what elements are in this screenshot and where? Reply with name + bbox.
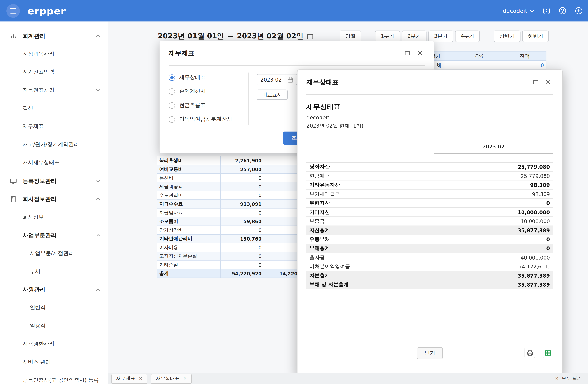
sidebar-item[interactable]: 계정과목관리 <box>0 45 108 63</box>
month-value: 2023-02 <box>260 77 282 83</box>
radio-option[interactable]: 손익계산서 <box>169 87 232 96</box>
close-all-tabs[interactable]: ✕ 모두 닫기 <box>555 375 582 382</box>
add-icon[interactable] <box>575 7 583 15</box>
export-button[interactable] <box>543 347 553 358</box>
period-button[interactable]: 1분기 <box>375 31 400 42</box>
expense-row[interactable]: 이자비용0 <box>157 243 302 252</box>
expense-row[interactable]: 복리후생비2,761,900 <box>157 156 302 165</box>
expense-row[interactable]: 지급임차료0 <box>157 208 302 217</box>
sidebar-item[interactable]: 회사정보관리 <box>0 190 108 208</box>
sidebar-item-label: 부서 <box>30 268 40 275</box>
statement-row: 유형자산0 <box>307 199 553 207</box>
expense-row[interactable]: 여비교통비257,000 <box>157 165 302 174</box>
sidebar-item[interactable]: 공동인증서(구 공인인증서) 등록 <box>0 371 108 384</box>
amount: 913,091 <box>221 200 264 208</box>
expense-row[interactable]: 지급수수료913,091 <box>157 200 302 208</box>
close-icon[interactable] <box>417 50 423 56</box>
sidebar-item[interactable]: 등록정보관리 <box>0 172 108 190</box>
statement-row: 기타자산10,000,000 <box>307 208 553 217</box>
tab-financial-statements[interactable]: 재무제표✕ <box>111 374 147 384</box>
user-name: decodeit <box>503 7 527 14</box>
column-header-month: 2023-02 <box>434 144 553 154</box>
sidebar-item[interactable]: 회사정보 <box>0 208 108 226</box>
dialog-title: 재무상태표 <box>307 78 339 87</box>
radio-option[interactable]: 재무상태표 <box>169 73 232 82</box>
sidebar-item[interactable]: 재무제표 <box>0 117 108 136</box>
account-name: 당좌자산 <box>307 162 434 171</box>
spreadsheet-icon <box>545 350 551 356</box>
sidebar-item[interactable]: 회계관리 <box>0 27 108 45</box>
period-button[interactable]: 4분기 <box>455 31 480 42</box>
expense-row[interactable]: 세금과공과0 <box>157 182 302 191</box>
user-menu[interactable]: decodeit <box>503 7 535 14</box>
table-row[interactable]: 부 채 0 <box>415 61 546 70</box>
sidebar-item[interactable]: 사용권한관리 <box>0 335 108 353</box>
period-filter: 당월1분기2분기3분기4분기상반기하반기 <box>340 31 549 42</box>
expense-row[interactable]: 기타손실0 <box>157 260 302 269</box>
sidebar-item[interactable]: 사업부문/지점관리 <box>25 244 108 262</box>
sidebar-item[interactable]: 사업부문관리 <box>0 226 108 245</box>
radio-option[interactable]: 이익잉여금처분계산서 <box>169 115 232 124</box>
expense-row[interactable]: 감가상각비0 <box>157 226 302 235</box>
sidebar-item[interactable]: 서비스 관리 <box>0 353 108 371</box>
period-button[interactable]: 하반기 <box>522 31 549 42</box>
calendar-icon[interactable] <box>307 33 313 39</box>
sidebar-item[interactable]: 일용직 <box>25 317 108 335</box>
expense-row[interactable]: 총계54,220,92014,220, <box>157 269 302 278</box>
account-name: 기타유동자산 <box>307 180 434 189</box>
account-name: 복리후생비 <box>157 156 221 165</box>
info-icon[interactable] <box>543 7 550 15</box>
expense-row[interactable]: 소모품비59,860 <box>157 217 302 226</box>
expense-row[interactable]: 고정자산처분손실0 <box>157 252 302 260</box>
sidebar-item-label: 사원관리 <box>23 286 45 293</box>
amount: 40,000,000 <box>434 253 553 262</box>
month-input[interactable]: 2023-02 <box>256 74 297 85</box>
chevron-down-icon <box>96 180 100 182</box>
account-name: 출자금 <box>307 253 434 262</box>
tab-label: 재무제표 <box>116 375 135 382</box>
company-name: decodeit <box>307 114 553 121</box>
expense-row[interactable]: 수도광열비0 <box>157 191 302 200</box>
tab-balance-sheet[interactable]: 재무상태표✕ <box>151 374 192 384</box>
maximize-icon[interactable] <box>533 79 539 85</box>
menu-button[interactable] <box>6 4 20 18</box>
sidebar-item[interactable]: 사원관리 <box>0 281 108 299</box>
statement-row: 미처분이익잉여금(4,122,611) <box>307 262 553 271</box>
balance-sheet-body: 재무상태표 decodeit 2023년 02월 현재 (1기) 2023-02… <box>307 95 553 289</box>
sidebar-item[interactable]: 부서 <box>25 262 108 281</box>
open-tabs-bar: 재무제표✕재무상태표✕ ✕ 모두 닫기 <box>108 373 588 384</box>
print-button[interactable] <box>525 347 535 358</box>
account-name: 유동부채 <box>307 235 434 244</box>
period-button[interactable]: 2분기 <box>402 31 427 42</box>
amount: 0 <box>221 260 264 269</box>
expense-row[interactable]: 통신비0 <box>157 174 302 182</box>
account-name: 지급임차료 <box>157 208 221 217</box>
chevron-down-icon <box>96 89 100 92</box>
sidebar-item[interactable]: 개시재무상태표 <box>0 154 108 172</box>
maximize-icon[interactable] <box>404 50 410 56</box>
close-button[interactable]: 닫기 <box>417 347 443 359</box>
period-group: 1분기2분기3분기4분기 <box>375 31 480 42</box>
account-name: 기타판매관리비 <box>157 234 221 243</box>
sidebar-item[interactable]: 일반직 <box>25 299 108 317</box>
expense-row[interactable]: 기타판매관리비130,760 <box>157 234 302 243</box>
sidebar-item[interactable]: 재고/원가/장기계약관리 <box>0 136 108 154</box>
close-icon[interactable]: ✕ <box>183 376 187 381</box>
summary-table: 증가 감소 잔액 부 채 0 <box>415 51 547 70</box>
sidebar-item[interactable]: 자가전표입력 <box>0 63 108 81</box>
period-button[interactable]: 3분기 <box>428 31 453 42</box>
period-button[interactable]: 당월 <box>340 31 361 42</box>
statement-column-header: 2023-02 <box>307 144 553 154</box>
period-button[interactable]: 상반기 <box>494 31 520 42</box>
amount: 10,000,000 <box>434 217 553 226</box>
amount-2: 14,220, <box>264 269 302 278</box>
radio-option[interactable]: 현금흐름표 <box>169 101 232 110</box>
help-icon[interactable] <box>559 7 567 15</box>
close-icon[interactable] <box>545 79 551 85</box>
compare-button[interactable]: 비교표시 <box>256 90 288 100</box>
radio-label: 이익잉여금처분계산서 <box>179 116 232 123</box>
sidebar-item[interactable]: 자동전표처리 <box>0 81 108 99</box>
close-icon[interactable]: ✕ <box>139 376 142 381</box>
calendar-icon[interactable] <box>288 77 293 83</box>
sidebar-item[interactable]: 결산 <box>0 99 108 117</box>
